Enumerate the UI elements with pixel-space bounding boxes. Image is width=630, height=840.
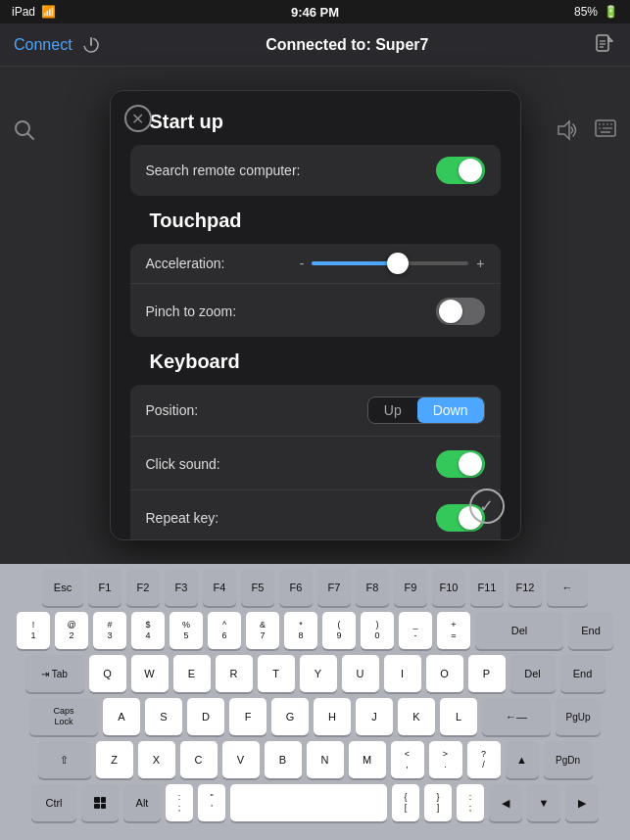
key-q[interactable]: Q: [89, 655, 126, 692]
key-f4[interactable]: F4: [203, 569, 236, 606]
keyboard-settings-group: Position: Up Down Click sound: Repeat ke…: [130, 385, 501, 540]
key-1[interactable]: !1: [17, 612, 50, 649]
key-4[interactable]: $4: [131, 612, 165, 649]
key-k[interactable]: K: [398, 698, 435, 735]
key-f5[interactable]: F5: [241, 569, 274, 606]
key-a[interactable]: A: [103, 698, 140, 735]
key-ctrl[interactable]: Ctrl: [31, 784, 76, 821]
key-3[interactable]: #3: [93, 612, 126, 649]
key-f[interactable]: F: [229, 698, 267, 735]
acceleration-slider[interactable]: - +: [300, 256, 485, 271]
key-caps-lock[interactable]: CapsLock: [29, 698, 98, 735]
key-p[interactable]: P: [468, 655, 506, 692]
position-row: Position: Up Down: [130, 385, 501, 437]
key-minus[interactable]: _-: [399, 612, 432, 649]
doc-icon[interactable]: [593, 33, 616, 57]
search-icon[interactable]: [14, 119, 35, 146]
key-esc[interactable]: Esc: [42, 569, 83, 606]
key-left[interactable]: ◀: [489, 784, 522, 821]
keyboard-area: Esc F1 F2 F3 F4 F5 F6 F7 F8 F9 F10 F11 F…: [0, 564, 630, 840]
key-rbrace[interactable]: }]: [424, 784, 452, 821]
key-win[interactable]: [81, 784, 119, 821]
key-pgdn[interactable]: PgDn: [544, 741, 593, 778]
key-f10[interactable]: F10: [432, 569, 465, 606]
key-c[interactable]: C: [180, 741, 218, 778]
key-b[interactable]: B: [265, 741, 302, 778]
position-up-btn[interactable]: Up: [368, 397, 417, 423]
key-f1[interactable]: F1: [88, 569, 121, 606]
key-del[interactable]: Del: [475, 612, 563, 649]
key-space[interactable]: [230, 784, 387, 821]
key-period[interactable]: >.: [429, 741, 462, 778]
key-l[interactable]: L: [440, 698, 477, 735]
position-down-btn[interactable]: Down: [417, 397, 484, 423]
acceleration-track[interactable]: [312, 261, 468, 265]
done-button[interactable]: ✓: [469, 489, 505, 524]
key-e[interactable]: E: [173, 655, 211, 692]
key-f11[interactable]: F11: [470, 569, 504, 606]
key-f3[interactable]: F3: [165, 569, 198, 606]
key-m[interactable]: M: [349, 741, 386, 778]
key-r[interactable]: R: [216, 655, 253, 692]
key-pgup[interactable]: PgUp: [556, 698, 601, 735]
key-backspace[interactable]: ←: [547, 569, 588, 606]
key-enter[interactable]: ←—: [482, 698, 551, 735]
key-f6[interactable]: F6: [279, 569, 313, 606]
pinch-zoom-toggle[interactable]: [436, 298, 485, 325]
key-f7[interactable]: F7: [317, 569, 351, 606]
key-right[interactable]: ▶: [565, 784, 599, 821]
settings-modal: ✕ Start up Search remote computer: Touch…: [110, 90, 521, 540]
key-d[interactable]: D: [187, 698, 224, 735]
main-area: ✕ Start up Search remote computer: Touch…: [0, 67, 630, 564]
key-0[interactable]: )0: [361, 612, 394, 649]
key-comma[interactable]: <,: [391, 741, 424, 778]
connect-button[interactable]: Connect: [14, 36, 73, 54]
key-h[interactable]: H: [314, 698, 351, 735]
key-f9[interactable]: F9: [394, 569, 427, 606]
key-y[interactable]: Y: [300, 655, 337, 692]
key-j[interactable]: J: [356, 698, 393, 735]
key-v[interactable]: V: [222, 741, 260, 778]
key-t[interactable]: T: [258, 655, 295, 692]
key-6[interactable]: ^6: [208, 612, 241, 649]
key-7[interactable]: &7: [246, 612, 279, 649]
touchpad-section: Touchpad Acceleration: - + Pinch to zoom…: [130, 210, 501, 337]
speaker-icon[interactable]: [556, 119, 577, 146]
key-end[interactable]: End: [568, 612, 613, 649]
key-s[interactable]: S: [145, 698, 182, 735]
key-delete[interactable]: Del: [510, 655, 556, 692]
key-equals[interactable]: +=: [437, 612, 470, 649]
key-f8[interactable]: F8: [356, 569, 389, 606]
key-8[interactable]: *8: [284, 612, 317, 649]
key-u[interactable]: U: [342, 655, 379, 692]
power-icon[interactable]: [80, 34, 102, 56]
key-5[interactable]: %5: [170, 612, 203, 649]
position-segmented[interactable]: Up Down: [367, 397, 485, 424]
key-colon[interactable]: :;: [166, 784, 193, 821]
key-quote[interactable]: "': [198, 784, 225, 821]
key-up[interactable]: ▲: [506, 741, 539, 778]
key-semicolon[interactable]: :;: [457, 784, 484, 821]
click-sound-toggle[interactable]: [436, 450, 485, 478]
key-w[interactable]: W: [131, 655, 169, 692]
key-z[interactable]: Z: [96, 741, 133, 778]
key-9[interactable]: (9: [322, 612, 356, 649]
keyboard-icon[interactable]: [595, 119, 616, 142]
key-tab[interactable]: ⇥ Tab: [25, 655, 84, 692]
key-g[interactable]: G: [271, 698, 309, 735]
key-shift-left[interactable]: ⇧: [38, 741, 91, 778]
key-x[interactable]: X: [138, 741, 175, 778]
key-alt[interactable]: Alt: [123, 784, 161, 821]
key-o[interactable]: O: [426, 655, 463, 692]
key-2[interactable]: @2: [55, 612, 88, 649]
key-i[interactable]: I: [384, 655, 421, 692]
key-f2[interactable]: F2: [126, 569, 160, 606]
key-slash[interactable]: ?/: [467, 741, 501, 778]
key-lbrace[interactable]: {[: [392, 784, 419, 821]
key-down[interactable]: ▼: [527, 784, 560, 821]
search-remote-toggle[interactable]: [436, 157, 485, 184]
key-n[interactable]: N: [307, 741, 344, 778]
key-f12[interactable]: F12: [509, 569, 542, 606]
key-end2[interactable]: End: [560, 655, 606, 692]
close-button[interactable]: ✕: [124, 105, 152, 132]
